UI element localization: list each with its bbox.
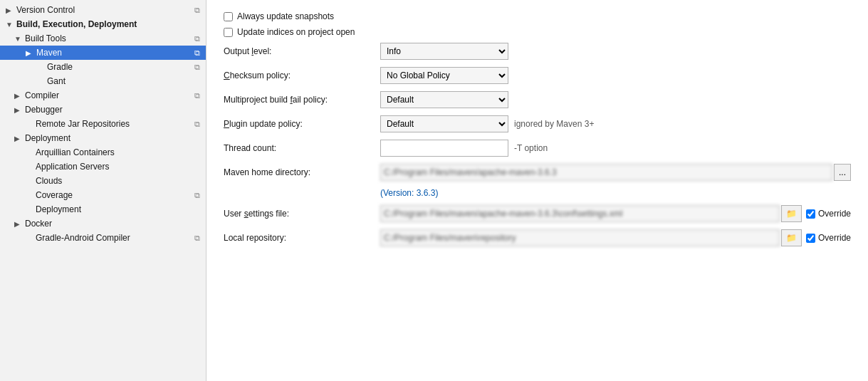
user-settings-row: User settings file: 📁 Override xyxy=(224,205,851,222)
update-indices-row: Update indices on project open xyxy=(224,27,851,37)
sidebar-item-label: Docker xyxy=(25,219,200,229)
sidebar-item-docker[interactable]: ▶ Docker xyxy=(0,216,206,231)
copy-icon: ⧉ xyxy=(194,120,200,129)
checksum-policy-row: Checksum policy: No Global Policy Warn F… xyxy=(224,67,851,84)
sidebar-item-gradle-android-compiler[interactable]: Gradle-Android Compiler ⧉ xyxy=(0,231,206,245)
plugin-update-row: Plugin update policy: Default Always Nev… xyxy=(224,115,851,132)
chevron-icon: ▼ xyxy=(6,21,14,28)
chevron-icon: ▶ xyxy=(14,106,23,114)
checksum-policy-select[interactable]: No Global Policy Warn Fail xyxy=(380,67,508,84)
sidebar-item-maven[interactable]: ▶ Maven ⧉ xyxy=(0,46,206,60)
update-indices-label: Update indices on project open xyxy=(237,27,355,37)
local-repo-browse-button[interactable]: 📁 xyxy=(781,229,802,246)
user-settings-override-checkbox[interactable] xyxy=(806,209,815,219)
chevron-icon: ▶ xyxy=(26,49,34,57)
user-settings-path-container: 📁 xyxy=(380,205,802,222)
sidebar-item-debugger[interactable]: ▶ Debugger xyxy=(0,103,206,117)
maven-home-input[interactable] xyxy=(380,164,832,181)
copy-icon: ⧉ xyxy=(194,191,200,200)
chevron-icon: ▼ xyxy=(14,35,23,43)
user-settings-label: User settings file: xyxy=(224,209,380,219)
output-level-select[interactable]: Info Debug Warn Error xyxy=(380,43,508,60)
maven-home-browse-button[interactable]: ... xyxy=(834,164,851,181)
maven-home-label: Maven home directory: xyxy=(224,167,380,177)
chevron-icon: ▶ xyxy=(14,135,23,142)
copy-icon: ⧉ xyxy=(194,48,200,58)
sidebar-item-label: Arquillian Containers xyxy=(25,147,200,157)
sidebar-item-label: Clouds xyxy=(25,176,200,186)
sidebar-item-compiler[interactable]: ▶ Compiler ⧉ xyxy=(0,88,206,103)
local-repo-input[interactable] xyxy=(380,229,780,246)
sidebar-item-gradle[interactable]: Gradle ⧉ xyxy=(0,60,206,74)
sidebar-item-label: Build, Execution, Deployment xyxy=(16,19,200,29)
sidebar-item-build-tools[interactable]: ▼ Build Tools ⧉ xyxy=(0,31,206,46)
thread-count-hint: -T option xyxy=(514,143,548,153)
sidebar-item-build-execution-deployment[interactable]: ▼ Build, Execution, Deployment xyxy=(0,17,206,31)
sidebar-item-label: Debugger xyxy=(25,105,200,115)
maven-home-row: Maven home directory: ... xyxy=(224,164,851,181)
sidebar-item-arquillian-containers[interactable]: Arquillian Containers xyxy=(0,145,206,160)
sidebar-item-label: Gant xyxy=(36,76,200,86)
main-settings-panel: Always update snapshots Update indices o… xyxy=(206,0,868,381)
sidebar-item-label: Deployment xyxy=(25,204,200,214)
sidebar-item-label: Application Servers xyxy=(25,162,200,172)
local-repo-path-container: 📁 xyxy=(380,229,802,246)
copy-icon: ⧉ xyxy=(194,63,200,72)
sidebar-item-label: Compiler xyxy=(25,90,192,100)
sidebar-item-clouds[interactable]: Clouds xyxy=(0,174,206,188)
maven-home-path-container: ... xyxy=(380,164,851,181)
always-update-snapshots-label: Always update snapshots xyxy=(237,11,334,21)
sidebar-item-label: Gradle xyxy=(36,62,192,72)
copy-icon: ⧉ xyxy=(194,34,200,43)
checksum-policy-label: Checksum policy: xyxy=(224,71,380,80)
sidebar-item-label: Version Control xyxy=(16,5,192,15)
chevron-icon: ▶ xyxy=(14,220,23,228)
update-indices-checkbox[interactable] xyxy=(224,28,233,37)
local-repo-row: Local repository: 📁 Override xyxy=(224,229,851,246)
local-repo-override-container: Override xyxy=(806,233,851,243)
sidebar-item-gant[interactable]: Gant xyxy=(0,74,206,88)
thread-count-label: Thread count: xyxy=(224,143,380,153)
user-settings-browse-button[interactable]: 📁 xyxy=(781,205,802,222)
thread-count-input[interactable] xyxy=(380,140,508,157)
multiproject-select[interactable]: Default After Current xyxy=(380,91,508,108)
user-settings-input[interactable] xyxy=(380,205,780,222)
thread-count-row: Thread count: -T option xyxy=(224,140,851,157)
chevron-icon: ▶ xyxy=(6,6,14,14)
settings-sidebar: ▶ Version Control ⧉ ▼ Build, Execution, … xyxy=(0,0,206,381)
sidebar-item-application-servers[interactable]: Application Servers xyxy=(0,160,206,174)
chevron-icon: ▶ xyxy=(14,92,23,100)
sidebar-item-version-control[interactable]: ▶ Version Control ⧉ xyxy=(0,3,206,17)
copy-icon: ⧉ xyxy=(194,91,200,100)
local-repo-override-checkbox[interactable] xyxy=(806,234,815,243)
sidebar-item-label: Gradle-Android Compiler xyxy=(25,233,192,243)
sidebar-item-deployment2[interactable]: Deployment xyxy=(0,202,206,216)
copy-icon: ⧉ xyxy=(194,6,200,15)
plugin-update-label: Plugin update policy: xyxy=(224,119,380,129)
sidebar-item-label: Remote Jar Repositories xyxy=(25,119,192,129)
local-repo-override-label: Override xyxy=(818,233,851,243)
user-settings-override-container: Override xyxy=(806,209,851,219)
multiproject-row: Multiproject build fail policy: Default … xyxy=(224,91,851,108)
maven-version-text: (Version: 3.6.3) xyxy=(380,188,851,198)
plugin-update-select[interactable]: Default Always Never xyxy=(380,115,508,132)
sidebar-item-coverage[interactable]: Coverage ⧉ xyxy=(0,188,206,202)
multiproject-label: Multiproject build fail policy: xyxy=(224,95,380,105)
output-level-label: Output level: xyxy=(224,46,380,56)
sidebar-item-label: Maven xyxy=(36,48,192,58)
user-settings-override-label: Override xyxy=(818,209,851,219)
plugin-update-hint: ignored by Maven 3+ xyxy=(514,119,594,129)
output-level-row: Output level: Info Debug Warn Error xyxy=(224,43,851,60)
sidebar-item-deployment[interactable]: ▶ Deployment xyxy=(0,131,206,145)
local-repo-label: Local repository: xyxy=(224,233,380,243)
always-update-snapshots-row: Always update snapshots xyxy=(224,11,851,21)
sidebar-item-remote-jar-repositories[interactable]: Remote Jar Repositories ⧉ xyxy=(0,117,206,131)
always-update-snapshots-checkbox[interactable] xyxy=(224,12,233,21)
sidebar-item-label: Coverage xyxy=(25,190,192,200)
sidebar-item-label: Build Tools xyxy=(25,33,192,43)
sidebar-item-label: Deployment xyxy=(25,133,200,143)
copy-icon: ⧉ xyxy=(194,234,200,243)
